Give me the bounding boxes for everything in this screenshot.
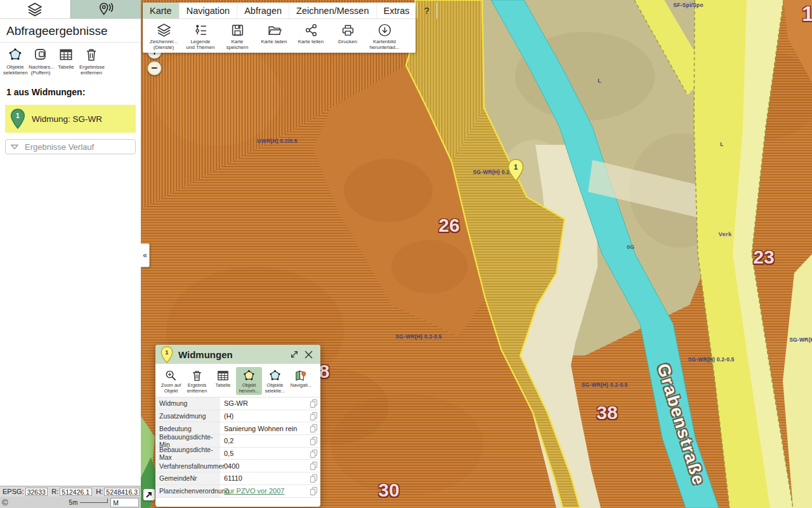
- epsg-value[interactable]: 32633: [25, 488, 48, 496]
- zone-label: L: [598, 77, 601, 84]
- select-objects-button[interactable]: Objekteselektie...: [262, 367, 288, 395]
- polygon-highlight-icon: [242, 369, 256, 382]
- status-bar: EPSG: 32633 R: 512426.1 H: 5248416.3 © 5…: [0, 486, 141, 508]
- copy-icon[interactable]: [306, 449, 320, 458]
- buffer-icon: [33, 47, 48, 62]
- popup-header[interactable]: 1 Widmungen: [155, 345, 320, 364]
- sidebar-collapse-handle[interactable]: «: [141, 243, 150, 267]
- copy-icon[interactable]: [306, 461, 320, 471]
- table-button[interactable]: Tabelle: [210, 367, 236, 395]
- copy-icon[interactable]: [306, 474, 320, 483]
- copy-icon[interactable]: [306, 411, 320, 421]
- overview-expand-button[interactable]: [143, 489, 155, 500]
- expand-icon: [289, 349, 299, 359]
- parcel-number: 26: [438, 215, 459, 236]
- selected-object-pin[interactable]: 1: [508, 159, 524, 184]
- r-coordinate-value[interactable]: 512426.1: [60, 488, 92, 496]
- save-map-button[interactable]: Kartespeichern: [219, 22, 256, 50]
- select-objects-button[interactable]: Objekteselektieren: [3, 46, 27, 76]
- menu-tab-zeichnen-messen[interactable]: Zeichnen/Messen: [289, 3, 376, 18]
- pzvo-link[interactable]: Zur PZVO vor 2007: [224, 487, 284, 495]
- parcel-number: 38: [596, 402, 617, 424]
- result-item-widmung[interactable]: 1 Widmung: SG-WR: [5, 105, 136, 133]
- close-icon: [303, 349, 314, 360]
- map-scale-value[interactable]: M 1:250: [110, 498, 139, 507]
- sidebar-toolbar: Objekteselektieren Nachbars...(Puffern) …: [0, 43, 141, 78]
- arrow-ne-icon: [145, 491, 153, 498]
- zoom-to-object-button[interactable]: Zoom aufObjekt: [158, 367, 184, 395]
- menu-tab-abfragen[interactable]: Abfragen: [237, 3, 289, 18]
- menu-tab-extras[interactable]: Extras: [377, 3, 417, 18]
- menu-tab-karte[interactable]: Karte: [143, 3, 180, 18]
- copyright-icon[interactable]: ©: [2, 498, 8, 507]
- result-pin-icon: 1: [10, 109, 25, 129]
- tab-layers[interactable]: [0, 0, 70, 18]
- share-icon: [304, 23, 318, 37]
- copy-icon[interactable]: [306, 424, 320, 433]
- scale-length-label: 5m: [69, 499, 78, 506]
- buffer-neighbors-button[interactable]: Nachbars...(Puffern): [29, 46, 53, 76]
- results-pins-icon: [98, 2, 114, 17]
- zone-label: SG-WR(H: [789, 337, 812, 343]
- table-icon: [58, 47, 74, 62]
- save-floppy-icon: [230, 23, 245, 37]
- results-heading: 1 aus Widmungen:: [0, 78, 141, 100]
- legend-list-icon: [193, 23, 208, 37]
- table-row: Widmung SG-WR: [155, 398, 320, 410]
- table-icon: [216, 369, 230, 382]
- scale-bar: [80, 498, 108, 503]
- h-coordinate-value[interactable]: 5248416.3: [104, 488, 140, 496]
- table-button[interactable]: Tabelle: [54, 46, 78, 76]
- download-map-image-button[interactable]: Kartenbildherunterlad...: [366, 22, 403, 50]
- table-row: Planzeichenverordnung Zur PZVO vor 2007: [155, 485, 320, 498]
- polygon-select-icon: [8, 47, 23, 62]
- layers-icon: [26, 2, 44, 17]
- popup-toolbar: Zoom aufObjekt Ergebnisentfernen Tabelle: [155, 364, 320, 397]
- popup-pin-icon: 1: [160, 346, 173, 363]
- zone-label: SG-WR(H) 0.2-0.5: [688, 356, 734, 363]
- menu-toolbar: Zeichenrei...(Dienste) Legendeund Themen: [143, 19, 416, 53]
- sidebar-tabs: [0, 0, 141, 19]
- share-map-button[interactable]: Karte teilen: [292, 22, 329, 50]
- highlight-object-button[interactable]: Objekthervorh...: [236, 367, 262, 395]
- table-row: GemeindeNr 61110: [155, 472, 320, 485]
- road-label: Verk: [719, 231, 732, 237]
- popup-expand-button[interactable]: [287, 347, 301, 361]
- history-label: Ergebnisse Verlauf: [25, 142, 94, 152]
- load-map-button[interactable]: Karte laden: [256, 22, 292, 50]
- navigation-button[interactable]: Navigati...: [288, 367, 314, 395]
- zoom-out-button[interactable]: −: [147, 61, 162, 76]
- popup-title: Widmungen: [178, 349, 287, 360]
- menu-tab-navigation[interactable]: Navigation: [180, 3, 238, 18]
- legend-themes-button[interactable]: Legendeund Themen: [182, 22, 219, 50]
- download-icon: [377, 23, 392, 37]
- svg-text:1: 1: [514, 163, 518, 171]
- polygon-select-icon: [268, 369, 282, 382]
- layers-icon: [157, 23, 171, 37]
- copy-icon[interactable]: [306, 486, 320, 496]
- epsg-label: EPSG:: [3, 488, 24, 495]
- parcel-number: 30: [378, 479, 399, 501]
- popup-close-button[interactable]: [301, 347, 315, 361]
- draw-order-services-button[interactable]: Zeichenrei...(Dienste): [145, 22, 182, 50]
- svg-text:1: 1: [16, 112, 20, 119]
- table-row: Verfahrensfallnummer 0400: [155, 460, 320, 472]
- print-button[interactable]: Drucken: [329, 22, 366, 50]
- parcel-number: 8: [319, 361, 330, 382]
- tab-query-results[interactable]: [70, 0, 141, 18]
- stream-label: öG: [627, 244, 634, 250]
- zone-label: SG-WR(H) 0.2-0.5: [581, 382, 627, 388]
- menu-tab-help[interactable]: ?: [417, 3, 437, 18]
- zone-label: SG-WR(H) 0.2-0.5: [395, 333, 442, 340]
- parcel-number: 1: [802, 1, 812, 26]
- copy-icon[interactable]: [306, 436, 320, 446]
- printer-icon: [341, 23, 355, 37]
- remove-results-button[interactable]: Ergebnisseentfernen: [79, 46, 103, 76]
- svg-text:1: 1: [166, 349, 169, 355]
- menu-tab-bar: Karte Navigation Abfragen Zeichnen/Messe…: [143, 3, 416, 19]
- copy-icon[interactable]: [306, 399, 320, 408]
- zoom-magnifier-icon: [164, 369, 178, 382]
- remove-result-button[interactable]: Ergebnisentfernen: [184, 367, 210, 395]
- results-history-dropdown[interactable]: Ergebnisse Verlauf: [5, 139, 136, 154]
- sidebar-panel: Abfrageergebnisse Objekteselektieren Na: [0, 0, 141, 508]
